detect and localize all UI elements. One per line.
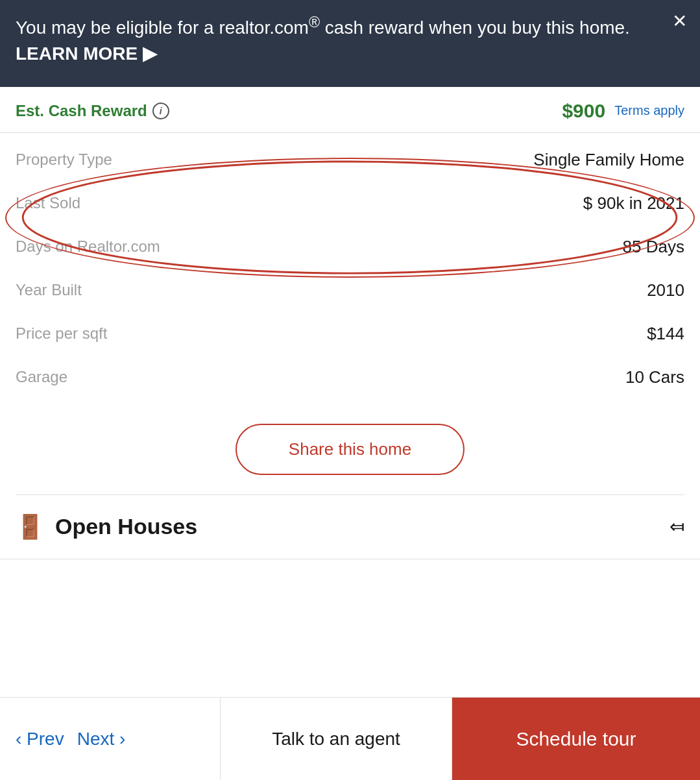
info-icon[interactable]: i xyxy=(152,103,169,119)
bottom-action-bar: ‹ Prev Next › Talk to an agent Schedule … xyxy=(0,697,700,780)
last-sold-value: $ 90k in 2021 xyxy=(583,193,684,213)
garage-value: 10 Cars xyxy=(625,367,684,387)
property-type-label: Property Type xyxy=(16,151,112,169)
learn-more-link[interactable]: LEARN MORE ▶ xyxy=(16,43,157,64)
schedule-tour-section: Schedule tour xyxy=(452,698,700,780)
cash-reward-text: Est. Cash Reward xyxy=(16,102,147,120)
top-banner: ✕ You may be eligible for a realtor.com®… xyxy=(0,0,700,87)
cash-reward-section: Est. Cash Reward i $900 Terms apply xyxy=(0,87,700,133)
last-sold-label: Last Sold xyxy=(16,194,80,212)
price-per-sqft-row: Price per sqft $144 xyxy=(16,312,684,356)
cash-amount: $900 xyxy=(562,100,605,122)
share-home-button[interactable]: Share this home xyxy=(235,424,465,475)
door-icon: 🚪 xyxy=(16,513,45,541)
registered-mark: ® xyxy=(309,14,320,30)
days-on-realtor-row: Days on Realtor.com 85 Days xyxy=(16,225,684,269)
open-houses-title: Open Houses xyxy=(55,514,197,539)
cash-reward-label: Est. Cash Reward i xyxy=(16,102,169,120)
garage-label: Garage xyxy=(16,368,67,386)
close-banner-button[interactable]: ✕ xyxy=(672,10,687,32)
banner-arrow-container xyxy=(16,71,684,87)
open-houses-section[interactable]: 🚪 Open Houses ⤆ xyxy=(0,495,700,559)
last-sold-row: Last Sold $ 90k in 2021 xyxy=(16,182,684,225)
garage-row: Garage 10 Cars xyxy=(16,356,684,399)
cash-reward-value: $900 Terms apply xyxy=(562,100,684,122)
banner-arrow-shape xyxy=(337,71,363,87)
terms-apply[interactable]: Terms apply xyxy=(614,103,684,118)
banner-text: You may be eligible for a realtor.com® c… xyxy=(16,12,684,66)
nav-section: ‹ Prev Next › xyxy=(0,698,221,780)
close-icon: ✕ xyxy=(672,11,687,31)
schedule-tour-button[interactable]: Schedule tour xyxy=(516,728,636,750)
learn-more-arrow: ▶ xyxy=(143,43,157,64)
days-on-realtor-value: 85 Days xyxy=(623,237,684,257)
talk-agent-section: Talk to an agent xyxy=(221,698,452,780)
banner-text-part2: cash reward when you buy this home. xyxy=(320,18,630,38)
learn-more-label: LEARN MORE xyxy=(16,43,138,64)
open-houses-left: 🚪 Open Houses xyxy=(16,513,197,541)
banner-text-part1: You may be eligible for a realtor.com xyxy=(16,18,309,38)
property-type-value: Single Family Home xyxy=(533,150,684,170)
days-on-realtor-label: Days on Realtor.com xyxy=(16,238,160,256)
property-details-section: Property Type Single Family Home Last So… xyxy=(0,133,700,404)
year-built-row: Year Built 2010 xyxy=(16,269,684,312)
talk-agent-button[interactable]: Talk to an agent xyxy=(272,729,400,750)
chevron-down-icon: ⤆ xyxy=(670,516,684,537)
price-per-sqft-label: Price per sqft xyxy=(16,324,107,343)
next-button[interactable]: Next › xyxy=(77,729,126,750)
share-section: Share this home xyxy=(0,404,700,494)
property-type-row: Property Type Single Family Home xyxy=(16,138,684,182)
year-built-label: Year Built xyxy=(16,281,82,299)
price-per-sqft-value: $144 xyxy=(647,324,684,344)
prev-button[interactable]: ‹ Prev xyxy=(16,729,64,750)
year-built-value: 2010 xyxy=(647,280,684,300)
